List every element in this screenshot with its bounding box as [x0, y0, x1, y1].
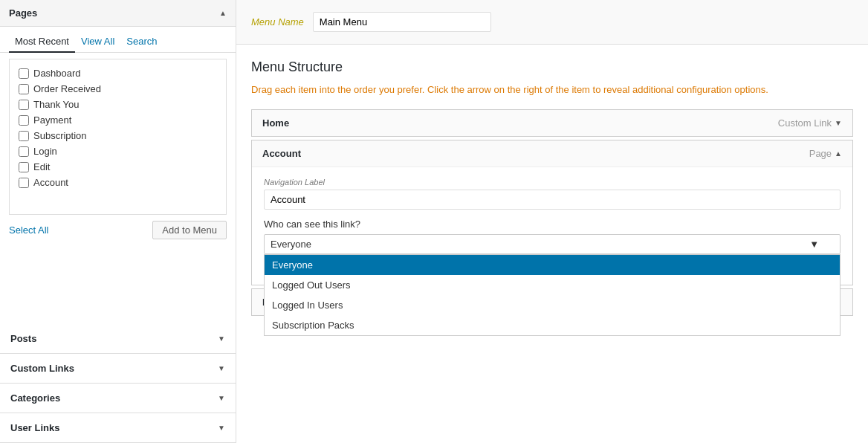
posts-section: Posts ▼	[0, 324, 236, 354]
page-label-edit[interactable]: Edit	[33, 161, 50, 172]
categories-section: Categories ▼	[0, 384, 236, 413]
menu-name-row: Menu Name	[236, 0, 868, 45]
visibility-dropdown-display[interactable]: Everyone ▼	[264, 234, 841, 254]
menu-item-home-toggle: Custom Link ▼	[778, 117, 842, 129]
page-label-dashboard[interactable]: Dashboard	[33, 68, 81, 79]
select-all-link[interactable]: Select All	[9, 224, 48, 236]
custom-links-section: Custom Links ▼	[0, 354, 236, 384]
page-checkbox-payment[interactable]	[19, 115, 29, 126]
who-see-label: Who can see this link?	[264, 219, 841, 230]
pages-actions: Select All Add to Menu	[0, 215, 236, 247]
dropdown-option-logged-out[interactable]: Logged Out Users	[265, 275, 840, 295]
list-item: Dashboard	[19, 65, 217, 81]
categories-chevron-icon: ▼	[218, 394, 225, 402]
visibility-dropdown-list: Everyone Logged Out Users Logged In User…	[264, 254, 841, 336]
pages-section-header[interactable]: Pages ▲	[0, 0, 236, 27]
tab-view-all[interactable]: View All	[75, 33, 120, 53]
user-links-section-header[interactable]: User Links ▼	[0, 413, 236, 442]
page-label-login[interactable]: Login	[33, 146, 57, 157]
main-content: Menu Name Menu Structure Drag each item …	[236, 0, 868, 443]
menu-hint: Drag each item into the order you prefer…	[251, 83, 853, 97]
menu-name-input[interactable]	[313, 12, 491, 32]
posts-chevron-icon: ▼	[218, 334, 225, 343]
page-label-subscription[interactable]: Subscription	[33, 130, 87, 141]
page-checkbox-thank-you[interactable]	[19, 100, 29, 110]
page-checkbox-subscription[interactable]	[19, 131, 29, 141]
custom-links-chevron-icon: ▼	[218, 364, 225, 372]
menu-item-account-type: Page	[809, 148, 832, 159]
visibility-dropdown-value: Everyone	[271, 239, 311, 250]
page-label-order-received[interactable]: Order Received	[33, 83, 101, 94]
menu-item-home: Home Custom Link ▼	[251, 109, 853, 137]
page-checkbox-login[interactable]	[19, 146, 29, 157]
page-label-account[interactable]: Account	[33, 177, 68, 188]
dropdown-option-subscription[interactable]: Subscription Packs	[265, 315, 840, 335]
menu-structure-area: Menu Structure Drag each item into the o…	[236, 45, 868, 334]
page-checkbox-account[interactable]	[19, 178, 29, 188]
menu-item-account-header[interactable]: Account Page ▲	[252, 140, 852, 167]
user-links-chevron-icon: ▼	[218, 424, 225, 432]
pages-title: Pages	[9, 7, 37, 19]
page-checkbox-dashboard[interactable]	[19, 68, 29, 79]
menu-item-home-chevron-icon[interactable]: ▼	[835, 119, 842, 127]
menu-structure-title: Menu Structure	[251, 59, 853, 75]
posts-title: Posts	[10, 333, 36, 344]
list-item: Account	[19, 175, 217, 190]
menu-item-account-body: Navigation Label Who can see this link? …	[252, 167, 852, 285]
list-item: Thank You	[19, 97, 217, 112]
menu-item-home-header[interactable]: Home Custom Link ▼	[252, 110, 852, 136]
posts-section-header[interactable]: Posts ▼	[0, 324, 236, 353]
add-to-menu-button[interactable]: Add to Menu	[152, 221, 227, 239]
pages-tabs: Most Recent View All Search	[0, 27, 236, 53]
categories-section-header[interactable]: Categories ▼	[0, 384, 236, 413]
categories-title: Categories	[10, 392, 60, 404]
page-checkbox-edit[interactable]	[19, 162, 29, 172]
user-links-title: User Links	[10, 422, 59, 433]
dropdown-option-logged-in[interactable]: Logged In Users	[265, 295, 840, 315]
menu-name-label: Menu Name	[251, 16, 304, 28]
list-item: Edit	[19, 159, 217, 175]
sidebar: Pages ▲ Most Recent View All Search Dash…	[0, 0, 236, 443]
list-item: Subscription	[19, 128, 217, 143]
page-checkbox-order-received[interactable]	[19, 84, 29, 94]
menu-item-home-title: Home	[262, 117, 289, 129]
user-links-section: User Links ▼	[0, 413, 236, 443]
pages-section: Pages ▲ Most Recent View All Search Dash…	[0, 0, 236, 324]
page-label-thank-you[interactable]: Thank You	[33, 99, 79, 110]
menu-item-account: Account Page ▲ Navigation Label Who	[251, 140, 853, 285]
menu-item-account-toggle: Page ▲	[809, 148, 842, 159]
nav-label-group: Navigation Label	[264, 178, 841, 210]
tab-search[interactable]: Search	[120, 33, 163, 53]
menu-item-account-chevron-icon[interactable]: ▲	[835, 149, 842, 158]
list-item: Login	[19, 143, 217, 159]
custom-links-section-header[interactable]: Custom Links ▼	[0, 354, 236, 383]
menu-item-account-title: Account	[262, 148, 301, 159]
list-item: Order Received	[19, 81, 217, 97]
custom-links-title: Custom Links	[10, 363, 74, 374]
pages-list: Dashboard Order Received Thank You Payme…	[9, 59, 227, 215]
visibility-dropdown: Everyone ▼ Everyone Logged Out Users Log…	[264, 234, 841, 254]
tab-most-recent[interactable]: Most Recent	[9, 33, 75, 53]
dropdown-option-everyone[interactable]: Everyone	[265, 255, 840, 275]
who-see-group: Who can see this link? Everyone ▼ Everyo…	[264, 219, 841, 254]
menu-item-home-type: Custom Link	[778, 117, 832, 129]
nav-label-input[interactable]	[264, 190, 841, 210]
page-label-payment[interactable]: Payment	[33, 114, 71, 126]
list-item: Payment	[19, 112, 217, 128]
nav-label-field-label: Navigation Label	[264, 178, 841, 187]
visibility-dropdown-arrow-icon: ▼	[809, 239, 819, 250]
pages-collapse-icon[interactable]: ▲	[219, 9, 227, 17]
